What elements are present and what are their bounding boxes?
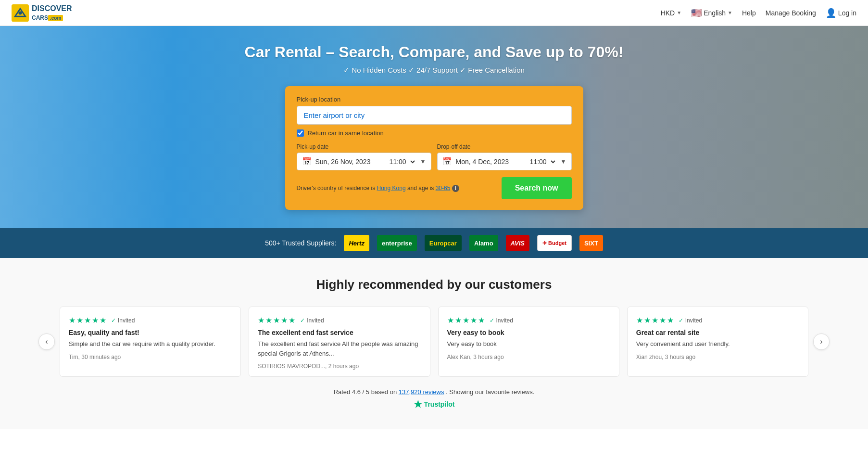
language-selector[interactable]: 🇺🇸 English ▼	[691, 8, 732, 18]
pickup-location-label: Pick-up location	[297, 96, 572, 103]
reviews-title: Highly recommended by our customers	[38, 277, 830, 292]
review-stars: ★★★★★	[636, 316, 674, 325]
review-title: Very easy to book	[447, 329, 610, 336]
search-bottom-row: Driver's country of residence is Hong Ko…	[297, 177, 572, 199]
hero-subtitle: ✓ No Hidden Costs ✓ 24/7 Support ✓ Free …	[343, 66, 525, 75]
review-body: Very easy to book	[447, 339, 610, 349]
star-icon: ★	[100, 316, 106, 325]
star-icon: ★	[652, 316, 658, 325]
invited-text: Invited	[307, 317, 324, 324]
star-icon: ★	[289, 316, 295, 325]
country-link[interactable]: Hong Kong	[377, 185, 406, 192]
date-row: Pick-up date 📅 Sun, 26 Nov, 2023 11:00 ▼…	[297, 143, 572, 170]
star-icon: ★	[447, 316, 454, 325]
reviews-grid: ★★★★★ ✓ Invited Easy, quality and fast! …	[60, 307, 808, 377]
navbar: DISCOVER CARS.com HKD ▼ 🇺🇸 English ▼ Hel…	[0, 0, 868, 26]
location-input[interactable]	[297, 106, 572, 125]
hertz-logo-text: Hertz	[349, 240, 365, 247]
supplier-budget: ✈ Budget	[537, 235, 572, 251]
review-count-link[interactable]: 137,920 reviews	[399, 388, 444, 396]
reviews-carousel: ‹ ★★★★★ ✓ Invited Easy, quality and fast…	[38, 307, 830, 377]
supplier-europcar: Europcar	[425, 235, 462, 251]
rating-suffix: . Showing our favourite reviews.	[446, 388, 534, 396]
reviewer-info: Tim, 30 minutes ago	[69, 354, 232, 360]
login-label: Log in	[838, 9, 856, 17]
navbar-left: DISCOVER CARS.com	[12, 4, 72, 22]
budget-logo-text: ✈ Budget	[542, 240, 566, 246]
return-same-row: Return car in same location	[297, 129, 572, 137]
carousel-prev-button[interactable]: ‹	[38, 334, 55, 350]
chevron-down-icon-pickup: ▼	[420, 158, 426, 165]
check-icon: ✓	[490, 317, 494, 324]
star-icon: ★	[636, 316, 643, 325]
check-icon: ✓	[111, 317, 116, 324]
logo[interactable]: DISCOVER CARS.com	[12, 4, 72, 22]
hero-title: Car Rental – Search, Compare, and Save u…	[245, 43, 624, 61]
avis-logo-text: AVIS	[511, 240, 525, 247]
suppliers-bar: 500+ Trusted Suppliers: Hertz enterprise…	[0, 228, 868, 258]
review-card: ★★★★★ ✓ Invited The excellent end fast s…	[249, 307, 430, 377]
manage-booking-link[interactable]: Manage Booking	[766, 9, 816, 17]
dropoff-date-selector[interactable]: 📅 Mon, 4 Dec, 2023 11:00 ▼	[437, 153, 572, 170]
pickup-date-selector[interactable]: 📅 Sun, 26 Nov, 2023 11:00 ▼	[297, 153, 431, 170]
star-icon: ★	[84, 316, 91, 325]
star-icon: ★	[92, 316, 99, 325]
age-range-link[interactable]: 30-65	[436, 185, 451, 192]
reviews-section: Highly recommended by our customers ‹ ★★…	[0, 258, 868, 429]
language-label: English	[704, 9, 726, 17]
suppliers-label: 500+ Trusted Suppliers:	[265, 239, 336, 247]
star-icon: ★	[281, 316, 288, 325]
sixt-logo-text: SIXT	[584, 240, 598, 247]
rating-text: Rated 4.6 / 5 based on	[334, 388, 397, 396]
star-icon: ★	[478, 316, 485, 325]
hero-section: Car Rental – Search, Compare, and Save u…	[0, 26, 868, 228]
supplier-hertz: Hertz	[344, 235, 369, 251]
pickup-date-label: Pick-up date	[297, 143, 431, 150]
info-icon[interactable]: i	[452, 185, 459, 192]
reviewer-info: Xian zhou, 3 hours ago	[636, 354, 799, 360]
europcar-logo-text: Europcar	[429, 240, 457, 247]
login-link[interactable]: 👤 Log in	[826, 8, 856, 18]
carousel-next-button[interactable]: ›	[813, 334, 830, 350]
star-icon: ★	[659, 316, 666, 325]
check-icon: ✓	[300, 317, 305, 324]
trustpilot-row: Rated 4.6 / 5 based on 137,920 reviews .…	[38, 388, 830, 410]
review-title: The excellent end fast service	[258, 329, 421, 336]
currency-selector[interactable]: HKD ▼	[661, 9, 681, 17]
logo-icon	[12, 4, 29, 22]
review-header: ★★★★★ ✓ Invited	[447, 316, 610, 325]
pickup-time-select[interactable]: 11:00	[386, 157, 416, 166]
invited-badge: ✓ Invited	[111, 317, 135, 324]
dropoff-time-select[interactable]: 11:00	[526, 157, 557, 166]
driver-age-prefix: and age is	[407, 185, 434, 192]
driver-info-prefix: Driver's country of residence is	[297, 185, 376, 192]
calendar-icon-pickup: 📅	[302, 157, 312, 166]
return-same-checkbox[interactable]	[297, 129, 304, 137]
star-icon: ★	[69, 316, 75, 325]
calendar-icon-dropoff: 📅	[442, 157, 452, 166]
user-icon: 👤	[826, 8, 836, 18]
review-stars: ★★★★★	[69, 316, 106, 325]
review-body: The excellent end fast service All the p…	[258, 339, 421, 358]
reviewer-info: Alex Kan, 3 hours ago	[447, 354, 610, 360]
star-icon: ★	[644, 316, 651, 325]
star-icon: ★	[258, 316, 264, 325]
help-link[interactable]: Help	[742, 9, 756, 17]
dropoff-date-value: Mon, 4 Dec, 2023	[456, 158, 522, 166]
review-title: Great car rental site	[636, 329, 799, 336]
review-title: Easy, quality and fast!	[69, 329, 232, 336]
invited-text: Invited	[685, 317, 702, 324]
driver-info: Driver's country of residence is Hong Ko…	[297, 185, 502, 192]
language-dropdown-arrow: ▼	[728, 10, 732, 15]
dropoff-date-group: Drop-off date 📅 Mon, 4 Dec, 2023 11:00 ▼	[437, 143, 572, 170]
star-icon: ★	[76, 316, 83, 325]
search-button[interactable]: Search now	[502, 177, 572, 199]
supplier-avis: AVIS	[506, 235, 529, 251]
pickup-date-value: Sun, 26 Nov, 2023	[315, 158, 382, 166]
star-icon: ★	[470, 316, 477, 325]
review-header: ★★★★★ ✓ Invited	[69, 316, 232, 325]
check-icon: ✓	[679, 317, 683, 324]
pickup-date-group: Pick-up date 📅 Sun, 26 Nov, 2023 11:00 ▼	[297, 143, 431, 170]
supplier-sixt: SIXT	[579, 235, 603, 251]
logo-text: DISCOVER CARS.com	[32, 4, 72, 22]
